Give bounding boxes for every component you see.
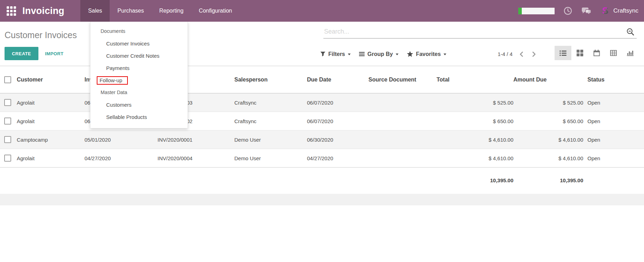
cell-salesperson: Craftsync <box>234 93 307 112</box>
kanban-view-icon <box>577 50 583 56</box>
top-navbar: Invoicing Sales Purchases Reporting Conf… <box>0 0 644 22</box>
view-switch-calendar[interactable] <box>588 46 605 60</box>
cell-status: Open <box>583 112 644 130</box>
invoice-row-4[interactable]: Agrolait 04/27/2020 INV/2020/0004 Demo U… <box>0 149 644 168</box>
cell-amount-due: $ 4,610.00 <box>513 149 583 168</box>
row-checkbox[interactable] <box>4 155 11 162</box>
cell-salesperson: Demo User <box>234 149 307 168</box>
row-checkbox[interactable] <box>4 136 11 143</box>
row-checkbox[interactable] <box>4 118 11 125</box>
pager-previous-button[interactable] <box>518 50 525 58</box>
cell-due-date: 06/07/2020 <box>307 112 368 130</box>
chevron-right-icon <box>531 51 537 58</box>
column-header-status[interactable]: Status <box>583 66 644 93</box>
view-switch-pivot[interactable] <box>605 46 622 60</box>
timer-progress-widget[interactable] <box>518 8 555 14</box>
group-by-button[interactable]: Group By <box>359 51 398 57</box>
list-view-icon <box>559 50 567 56</box>
cell-due-date: 06/07/2020 <box>307 93 368 112</box>
column-header-due-date[interactable]: Due Date <box>307 66 368 93</box>
select-all-checkbox[interactable] <box>4 76 11 83</box>
menu-item-customers[interactable]: Customers <box>90 99 188 111</box>
group-by-bars-icon <box>359 52 365 56</box>
cell-source-document <box>368 112 437 130</box>
cell-source-document <box>368 93 437 112</box>
graph-view-icon <box>627 50 634 56</box>
invoice-row-3[interactable]: Camptocamp 05/01/2020 INV/2020/0001 Demo… <box>0 130 644 149</box>
top-menu: Sales Purchases Reporting Configuration <box>80 0 240 22</box>
user-menu[interactable]: S Craftsync <box>600 6 638 16</box>
systray: S Craftsync <box>518 0 644 22</box>
cell-number: INV/2020/0001 <box>158 130 234 149</box>
cell-amount-due: $ 525.00 <box>513 93 583 112</box>
import-button[interactable]: IMPORT <box>45 47 64 60</box>
cell-due-date: 04/27/2020 <box>307 149 368 168</box>
svg-text:S: S <box>602 6 608 16</box>
user-avatar: S <box>600 6 610 16</box>
search-facets-bar: Filters Group By Favorites <box>320 48 446 60</box>
pager-range[interactable]: 1-4 / 4 <box>498 51 513 57</box>
cell-due-date: 06/30/2020 <box>307 130 368 149</box>
cell-customer: Camptocamp <box>17 130 85 149</box>
cell-total: $ 525.00 <box>437 93 513 112</box>
nav-item-configuration[interactable]: Configuration <box>191 0 240 22</box>
view-switch-kanban[interactable] <box>571 46 588 60</box>
search-input[interactable] <box>323 28 626 35</box>
row-select-cell <box>0 93 17 112</box>
cell-salesperson: Demo User <box>234 130 307 149</box>
nav-item-reporting[interactable]: Reporting <box>152 0 191 22</box>
nav-item-purchases[interactable]: Purchases <box>110 0 152 22</box>
row-checkbox[interactable] <box>4 99 11 106</box>
cell-amount-due: $ 4,610.00 <box>513 130 583 149</box>
menu-item-payments[interactable]: Payments <box>90 62 188 74</box>
activities-clock-icon[interactable] <box>563 6 572 15</box>
column-header-customer[interactable]: Customer <box>17 66 85 93</box>
cell-amount-due: $ 650.00 <box>513 112 583 130</box>
view-switcher <box>555 46 638 60</box>
search-icon[interactable] <box>626 28 635 36</box>
apps-menu-button[interactable] <box>0 0 22 22</box>
star-icon <box>407 51 413 57</box>
menu-item-customer-credit-notes[interactable]: Customer Credit Notes <box>90 50 188 62</box>
row-select-cell <box>0 130 17 149</box>
menu-item-customer-invoices[interactable]: Customer Invoices <box>90 37 188 50</box>
cell-total: $ 650.00 <box>437 112 513 130</box>
favorites-label: Favorites <box>416 51 441 57</box>
apps-grid-icon <box>7 6 16 16</box>
menu-section-master-data: Master Data <box>90 86 188 99</box>
filters-button[interactable]: Filters <box>320 51 351 57</box>
column-header-salesperson[interactable]: Salesperson <box>234 66 307 93</box>
cell-invoice-date: 05/01/2020 <box>85 130 158 149</box>
column-header-total[interactable]: Total <box>437 66 513 93</box>
cell-source-document <box>368 130 437 149</box>
search-bar <box>323 25 637 38</box>
favorites-button[interactable]: Favorites <box>407 51 446 57</box>
pager-next-button[interactable] <box>530 50 538 58</box>
group-by-label: Group By <box>367 51 393 57</box>
create-button[interactable]: CREATE <box>5 47 38 60</box>
footer-total-sum: 10,395.00 <box>437 168 513 193</box>
content-bottom-divider <box>0 194 644 205</box>
cell-total: $ 4,610.00 <box>437 149 513 168</box>
view-switch-graph[interactable] <box>622 46 638 60</box>
cell-number: INV/2020/0004 <box>158 149 234 168</box>
user-name: Craftsync <box>613 7 638 14</box>
app-brand-title: Invoicing <box>22 6 64 16</box>
column-header-amount-due[interactable]: Amount Due <box>513 66 583 93</box>
pager: 1-4 / 4 <box>498 48 538 60</box>
view-switch-list[interactable] <box>555 46 571 60</box>
menu-item-follow-up[interactable]: Follow-up <box>97 76 128 85</box>
chevron-left-icon <box>518 51 525 58</box>
chevron-down-icon <box>444 54 446 55</box>
cell-status: Open <box>583 149 644 168</box>
cell-invoice-date: 04/27/2020 <box>85 149 158 168</box>
nav-item-sales[interactable]: Sales <box>80 0 110 22</box>
column-header-source-document[interactable]: Source Document <box>368 66 437 93</box>
menu-section-documents: Documents <box>90 25 188 37</box>
messages-chat-icon[interactable] <box>581 7 592 15</box>
page-title: Customer Invoices <box>5 30 77 40</box>
timer-progress-fill <box>518 8 521 14</box>
menu-item-sellable-products[interactable]: Sellable Products <box>90 111 188 123</box>
cell-salesperson: Craftsync <box>234 112 307 130</box>
footer-amount-due-sum: 10,395.00 <box>513 168 583 193</box>
